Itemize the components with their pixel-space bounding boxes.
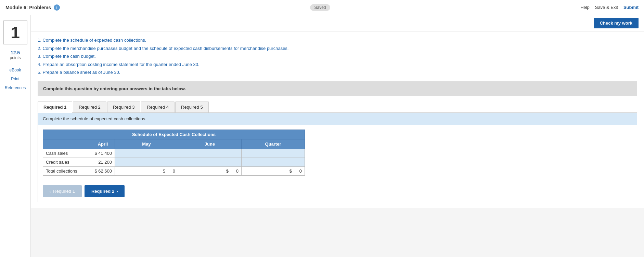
total-quarter-value: 0 [299,168,302,174]
total-may-prefix: $ [163,168,165,174]
problem-step-3: 3. Complete the cash budget. [38,53,637,60]
cash-sales-quarter-input[interactable] [244,151,302,156]
col-header-june: June [178,139,242,149]
credit-sales-april: 21,200 [91,158,115,166]
problem-steps: 1. Complete the schedule of expected cas… [38,37,637,76]
nav-buttons: ‹ Required 1 Required 2 › [38,180,637,202]
prev-button-label: Required 1 [53,189,75,194]
problem-step-4: 4. Prepare an absorption costing income … [38,61,637,68]
total-collections-may: $ 0 [115,166,178,175]
total-may-value: 0 [173,168,175,174]
problem-step-5: 5. Prepare a balance sheet as of June 30… [38,69,637,76]
points-text: points [10,55,21,60]
cash-sales-april: $ 41,400 [91,149,115,158]
total-collections-april: $ 62,600 [91,166,115,175]
help-link[interactable]: Help [580,5,590,10]
submit-link[interactable]: Submit [623,5,639,10]
saved-badge-container: Saved [310,5,330,10]
cash-sales-may-cell [115,149,178,158]
row-label-total-collections: Total collections [43,166,91,175]
col-header-quarter: Quarter [242,139,305,149]
cash-sales-june-cell [178,149,242,158]
sidebar: 1 12.5 points eBook Print References [0,15,31,257]
total-june-prefix: $ [226,168,229,174]
credit-sales-may-cell [115,158,178,166]
table-row: Credit sales 21,200 [43,158,305,166]
tab-required-1[interactable]: Required 1 [38,102,72,113]
info-icon[interactable]: i [54,4,60,11]
content-area: Check my work 1. Complete the schedule o… [31,15,644,257]
check-my-work-button[interactable]: Check my work [594,18,639,28]
next-arrow-icon: › [116,189,118,194]
schedule-table: Schedule of Expected Cash Collections Ap… [43,130,305,176]
total-june-value: 0 [236,168,239,174]
save-exit-link[interactable]: Save & Exit [595,5,618,10]
col-header-may: May [115,139,178,149]
table-title: Schedule of Expected Cash Collections [43,130,305,139]
tab-required-4[interactable]: Required 4 [141,102,175,112]
references-button[interactable]: References [5,85,26,91]
problem-content: 1. Complete the schedule of expected cas… [31,31,644,208]
ebook-button[interactable]: eBook [9,67,21,73]
cash-sales-quarter-cell [242,149,305,158]
tab-content: Complete the schedule of expected cash c… [38,113,637,202]
main-layout: 1 12.5 points eBook Print References Che… [0,15,644,257]
module-title: Module 6: Problems [5,5,51,10]
next-button-label: Required 2 [91,189,114,194]
print-button[interactable]: Print [11,76,20,82]
question-number-badge: 1 [3,21,27,44]
cash-sales-june-input[interactable] [181,151,239,156]
credit-sales-may-input[interactable] [118,160,175,165]
tab-required-5[interactable]: Required 5 [175,102,209,112]
total-collections-quarter: $ 0 [242,166,305,175]
topbar-right: Help Save & Exit Submit [580,5,639,10]
instruction-text: Complete this question by entering your … [43,86,186,91]
instruction-box: Complete this question by entering your … [38,81,637,96]
tab-required-2[interactable]: Required 2 [73,102,106,112]
col-header-label [43,139,91,149]
saved-badge: Saved [310,4,330,11]
points-label: 12.5 points [10,50,21,60]
tab-required-3[interactable]: Required 3 [107,102,141,112]
tabs-container: Required 1 Required 2 Required 3 Require… [38,102,637,113]
tab-instruction: Complete the schedule of expected cash c… [38,113,637,125]
row-label-cash-sales: Cash sales [43,149,91,158]
credit-sales-june-cell [178,158,242,166]
table-row: Total collections $ 62,600 $ 0 $ 0 [43,166,305,175]
credit-sales-quarter-cell [242,158,305,166]
topbar: Module 6: Problems i Saved Help Save & E… [0,0,644,15]
cash-sales-may-input[interactable] [118,151,175,156]
problem-step-1: 1. Complete the schedule of expected cas… [38,37,637,44]
topbar-left: Module 6: Problems i [5,4,60,11]
prev-arrow-icon: ‹ [50,189,51,194]
next-button[interactable]: Required 2 › [85,185,125,197]
prev-button[interactable]: ‹ Required 1 [43,185,82,197]
table-area: Schedule of Expected Cash Collections Ap… [38,125,637,180]
points-value: 12.5 [10,50,21,55]
credit-sales-june-input[interactable] [181,160,239,165]
row-label-credit-sales: Credit sales [43,158,91,166]
table-row: Cash sales $ 41,400 [43,149,305,158]
col-header-april: April [91,139,115,149]
total-quarter-prefix: $ [289,168,292,174]
credit-sales-quarter-input[interactable] [244,160,302,165]
check-work-area: Check my work [31,15,644,31]
problem-step-2: 2. Complete the merchandise purchases bu… [38,45,637,52]
total-collections-june: $ 0 [178,166,242,175]
